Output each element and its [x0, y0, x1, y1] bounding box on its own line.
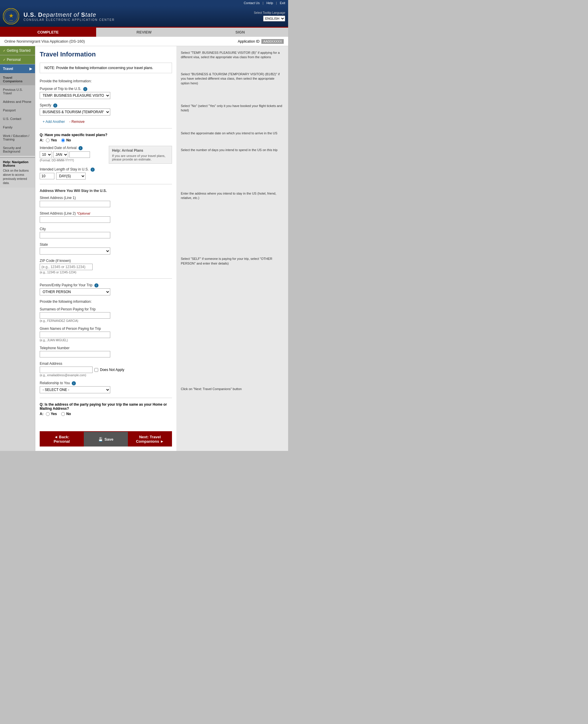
bottom-nav: ◄ Back: Personal 💾 Save Next: Travel Com… [40, 431, 172, 447]
surnames-label: Surnames of Person Paying for Trip [40, 307, 172, 311]
telephone-group: Telephone Number [40, 346, 172, 358]
next-button[interactable]: Next: Travel Companions ► [128, 432, 172, 447]
same-address-options: Yes No [46, 412, 71, 416]
same-yes-radio[interactable] [46, 412, 50, 416]
arrival-month-select[interactable]: JAN [53, 151, 68, 158]
email-label: Email Address [40, 362, 172, 366]
same-no-option[interactable]: No [61, 412, 71, 416]
svg-text:USA: USA [9, 20, 13, 21]
street1-input[interactable] [40, 201, 110, 207]
progress-complete[interactable]: COMPLETE [0, 28, 96, 37]
header-right: Select Tooltip Language ENGLISH [254, 11, 285, 21]
arrival-label: Intended Date of Arrival i [40, 146, 103, 150]
given-names-group: Given Names of Person Paying for Trip (e… [40, 326, 172, 342]
same-no-radio[interactable] [61, 412, 65, 416]
zip-input[interactable] [40, 264, 92, 270]
sidebar-prev-us-travel-label: Previous U.S. Travel [3, 88, 32, 95]
remove-link[interactable]: - Remove [69, 120, 85, 124]
specific-plans-answer: A: Yes No [40, 138, 172, 142]
length-unit-select[interactable]: DAY(S) [56, 173, 86, 179]
telephone-input[interactable] [40, 351, 110, 358]
sidebar-item-work-education[interactable]: Work / Education / Training [0, 132, 35, 144]
add-another-link[interactable]: + Add Another [43, 120, 65, 124]
does-not-apply-checkbox[interactable] [94, 368, 98, 372]
progress-review[interactable]: REVIEW [96, 28, 192, 37]
length-value-input[interactable] [40, 173, 55, 179]
sidebar-item-travel-companions[interactable]: Travel Companions [0, 73, 35, 86]
email-input[interactable] [40, 366, 92, 373]
given-names-input[interactable] [40, 332, 110, 338]
consular-subtitle: CONSULAR ELECTRONIC APPLICATION CENTER [23, 18, 115, 21]
help-arrival-col: Help: Arrival Plans If you are unsure of… [109, 146, 172, 164]
length-info-icon[interactable]: i [90, 168, 94, 172]
yes-option[interactable]: Yes [46, 138, 57, 142]
street2-input[interactable] [40, 216, 110, 223]
sidebar-item-us-contact[interactable]: U.S. Contact [0, 115, 35, 123]
payer-select[interactable]: OTHER PERSON [40, 289, 110, 295]
state-select[interactable] [40, 248, 110, 255]
city-input[interactable] [40, 232, 110, 238]
purpose-label: Purpose of Trip to the U.S. i [40, 87, 172, 91]
exit-link[interactable]: Exit [280, 1, 285, 5]
dept-title: U.S. Department of State [23, 12, 115, 18]
purpose-select[interactable]: TEMP. BUSINESS PLEASURE VISITOR (B) [40, 92, 110, 99]
sidebar-item-security-background[interactable]: Security and Background [0, 144, 35, 156]
help-arrival-title: Help: Arrival Plans [112, 148, 169, 153]
address-section-header: Address Where You Will Stay in the U.S. [40, 189, 172, 193]
surnames-input[interactable] [40, 312, 110, 319]
divider-3 [40, 278, 172, 279]
contact-us-link[interactable]: Contact Us [244, 1, 259, 5]
sidebar-security-background-label: Security and Background [3, 146, 32, 153]
purpose-info-icon[interactable]: i [83, 87, 87, 91]
specify-field-group: Specify i BUSINESS & TOURISM (TEMPORARY … [40, 103, 172, 115]
arrival-info-icon[interactable]: i [79, 146, 83, 150]
yes-radio[interactable] [46, 139, 50, 142]
same-yes-option[interactable]: Yes [46, 412, 57, 416]
arrival-col: Intended Date of Arrival i 10 JAN [40, 146, 103, 164]
no-radio[interactable] [61, 139, 65, 142]
sidebar-item-passport[interactable]: Passport [0, 106, 35, 115]
arrival-year-input[interactable] [69, 151, 90, 158]
sidebar-item-prev-us-travel[interactable]: Previous U.S. Travel [0, 86, 35, 98]
email-group: Email Address Does Not Apply (e.g., emai… [40, 362, 172, 377]
help-link[interactable]: Help [266, 1, 273, 5]
annotation-5: Select the number of days you intend to … [181, 148, 284, 152]
site-header: ★ USA U.S. Department of State CONSULAR … [0, 6, 288, 27]
sidebar: ✓ Getting Started ✓ Personal Travel ▶ Tr… [0, 46, 35, 451]
purpose-field-group: Purpose of Trip to the U.S. i TEMP. BUSI… [40, 87, 172, 99]
relationship-info-icon[interactable]: i [72, 381, 76, 385]
save-icon: 💾 [98, 437, 103, 442]
specify-select[interactable]: BUSINESS & TOURISM (TEMPORARY VISITOR) (… [40, 108, 110, 115]
save-button[interactable]: 💾 Save [84, 432, 128, 447]
relationship-select[interactable]: - SELECT ONE - [40, 386, 110, 393]
specify-info-icon[interactable]: i [53, 104, 57, 108]
length-field-group: Intended Length of Stay in U.S. i DAY(S) [40, 167, 172, 179]
no-option[interactable]: No [61, 138, 71, 142]
given-names-label: Given Names of Person Paying for Trip [40, 326, 172, 331]
sidebar-item-getting-started[interactable]: ✓ Getting Started [0, 46, 35, 55]
specify-label: Specify i [40, 103, 172, 108]
header-text: U.S. Department of State CONSULAR ELECTR… [23, 12, 115, 21]
sidebar-help: Help: Navigation Buttons Click on the bu… [0, 157, 35, 188]
divider-2 [40, 184, 172, 184]
given-names-hint: (e.g., JUAN MIGUEL) [40, 339, 172, 342]
city-group: City [40, 227, 172, 238]
back-button[interactable]: ◄ Back: Personal [40, 432, 84, 447]
language-select[interactable]: ENGLISH [263, 16, 285, 21]
sidebar-item-address-phone[interactable]: Address and Phone [0, 98, 35, 106]
surnames-hint: (e.g., FERNANDEZ GARCIA) [40, 319, 172, 322]
payer-info-icon[interactable]: i [94, 283, 99, 288]
same-address-qa: Q: Is the address of the party paying fo… [40, 402, 172, 416]
app-id-bar: Online Nonimmigrant Visa Application (DS… [0, 37, 288, 46]
svg-text:★: ★ [8, 12, 14, 19]
arrival-day-select[interactable]: 10 [40, 151, 52, 158]
help-arrival-box: Help: Arrival Plans If you are unsure of… [109, 146, 172, 164]
sidebar-item-personal[interactable]: ✓ Personal [0, 55, 35, 64]
app-id-label: Application ID AA00XXXXX [238, 39, 284, 43]
progress-sign[interactable]: SIGN [192, 28, 288, 37]
arrow-icon: ▶ [29, 67, 32, 71]
payer-label: Person/Entity Paying for Your Trip i [40, 283, 172, 288]
annotation-7: Select "SELF" if someone is paying for y… [181, 257, 284, 266]
sidebar-item-family[interactable]: Family [0, 123, 35, 132]
sidebar-item-travel[interactable]: Travel ▶ [0, 64, 35, 73]
